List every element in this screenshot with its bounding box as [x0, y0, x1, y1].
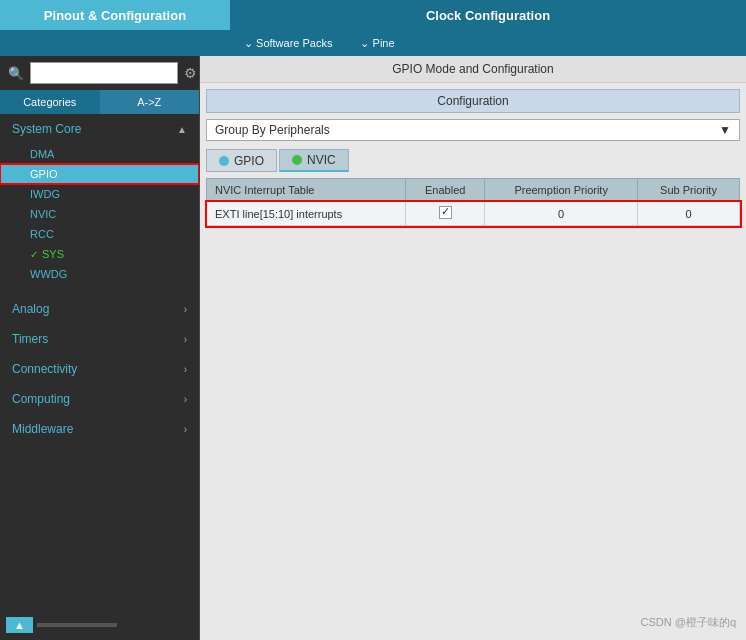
- col-enabled: Enabled: [406, 179, 485, 202]
- sidebar-item-wwdg[interactable]: WWDG: [0, 264, 199, 284]
- system-core-label: System Core: [12, 122, 81, 136]
- sidebar-item-analog[interactable]: Analog ›: [0, 294, 199, 324]
- sidebar-item-timers[interactable]: Timers ›: [0, 324, 199, 354]
- software-packs-label: ⌄ Software Packs: [244, 37, 332, 50]
- sidebar-item-middleware[interactable]: Middleware ›: [0, 414, 199, 444]
- system-core-subitems: DMA GPIO IWDG NVIC RCC ✓ SYS: [0, 144, 199, 284]
- connectivity-label: Connectivity: [12, 362, 77, 376]
- sidebar: 🔍 ⚙ Categories A->Z System Core ▲ DMA: [0, 56, 200, 640]
- table-header-row: NVIC Interrupt Table Enabled Preemption …: [207, 179, 740, 202]
- gpio-mode-bar: GPIO Mode and Configuration: [200, 56, 746, 83]
- bottom-down-btn[interactable]: [37, 623, 117, 627]
- sidebar-item-dma[interactable]: DMA: [0, 144, 199, 164]
- middleware-label: Middleware: [12, 422, 73, 436]
- nvic-table: NVIC Interrupt Table Enabled Preemption …: [206, 178, 740, 226]
- computing-arrow: ›: [184, 394, 187, 405]
- tab-nvic[interactable]: NVIC: [279, 149, 349, 172]
- sys-label: SYS: [42, 248, 64, 260]
- middleware-arrow: ›: [184, 424, 187, 435]
- preemption-cell: 0: [485, 202, 638, 226]
- watermark: CSDN @橙子味的q: [640, 615, 736, 630]
- sidebar-item-iwdg[interactable]: IWDG: [0, 184, 199, 204]
- iwdg-label: IWDG: [30, 188, 60, 200]
- group-by-dropdown[interactable]: Group By Peripherals ▼: [206, 119, 740, 141]
- pinout-bar-label: ⌄ Pine: [360, 37, 394, 50]
- config-header: Configuration: [206, 89, 740, 113]
- gpio-tab-label: GPIO: [234, 154, 264, 168]
- dropdown-chevron: ▼: [719, 123, 731, 137]
- sidebar-item-nvic[interactable]: NVIC: [0, 204, 199, 224]
- atoz-label: A->Z: [137, 96, 161, 108]
- clock-label: Clock Configuration: [426, 8, 550, 23]
- right-panel: GPIO Mode and Configuration Configuratio…: [200, 56, 746, 640]
- computing-label: Computing: [12, 392, 70, 406]
- search-icon: 🔍: [8, 66, 24, 81]
- watermark-text: CSDN @橙子味的q: [640, 616, 736, 628]
- group-by-label: Group By Peripherals: [215, 123, 330, 137]
- clock-configuration-tab[interactable]: Clock Configuration: [230, 0, 746, 30]
- sidebar-item-system-core[interactable]: System Core ▲: [0, 114, 199, 144]
- pinout-bar-item[interactable]: ⌄ Pine: [346, 30, 408, 56]
- search-input[interactable]: [30, 62, 178, 84]
- sidebar-item-rcc[interactable]: RCC: [0, 224, 199, 244]
- tab-categories[interactable]: Categories: [0, 90, 100, 114]
- enabled-checkbox[interactable]: [439, 206, 452, 219]
- pinout-label: Pinout & Configuration: [44, 8, 186, 23]
- sidebar-item-computing[interactable]: Computing ›: [0, 384, 199, 414]
- timers-arrow: ›: [184, 334, 187, 345]
- wwdg-label: WWDG: [30, 268, 67, 280]
- sidebar-item-sys[interactable]: ✓ SYS: [0, 244, 199, 264]
- timers-label: Timers: [12, 332, 48, 346]
- nvic-tab-label: NVIC: [307, 153, 336, 167]
- bottom-bar: ▲: [0, 610, 199, 640]
- config-title: Configuration: [437, 94, 508, 108]
- sidebar-item-gpio[interactable]: GPIO: [0, 164, 199, 184]
- dma-label: DMA: [30, 148, 54, 160]
- config-panel: Configuration Group By Peripherals ▼ GPI…: [200, 83, 746, 640]
- col-preemption: Preemption Priority: [485, 179, 638, 202]
- pinout-configuration-tab[interactable]: Pinout & Configuration: [0, 0, 230, 30]
- connectivity-arrow: ›: [184, 364, 187, 375]
- analog-arrow: ›: [184, 304, 187, 315]
- gpio-tab-dot: [219, 156, 229, 166]
- gear-icon[interactable]: ⚙: [184, 65, 197, 81]
- nvic-tab-dot: [292, 155, 302, 165]
- software-packs-item[interactable]: ⌄ Software Packs: [230, 30, 346, 56]
- enabled-cell[interactable]: [406, 202, 485, 226]
- col-interrupt-name: NVIC Interrupt Table: [207, 179, 406, 202]
- tab-gpio[interactable]: GPIO: [206, 149, 277, 172]
- col-sub-priority: Sub Priority: [637, 179, 739, 202]
- tab-atoz[interactable]: A->Z: [100, 90, 200, 114]
- analog-label: Analog: [12, 302, 49, 316]
- config-tabs: GPIO NVIC: [206, 149, 740, 172]
- gpio-mode-title: GPIO Mode and Configuration: [392, 62, 553, 76]
- categories-label: Categories: [23, 96, 76, 108]
- sidebar-content: System Core ▲ DMA GPIO IWDG NVIC RCC: [0, 114, 199, 610]
- software-bar: ⌄ Software Packs ⌄ Pine: [0, 30, 746, 56]
- gpio-label: GPIO: [30, 168, 58, 180]
- category-tabs: Categories A->Z: [0, 90, 199, 114]
- bottom-up-btn[interactable]: ▲: [6, 617, 33, 633]
- table-row: EXTI line[15:10] interrupts 0 0: [207, 202, 740, 226]
- search-bar: 🔍 ⚙: [0, 56, 199, 90]
- sys-check-icon: ✓: [30, 249, 38, 260]
- system-core-chevron: ▲: [177, 124, 187, 135]
- sidebar-item-connectivity[interactable]: Connectivity ›: [0, 354, 199, 384]
- nvic-label: NVIC: [30, 208, 56, 220]
- rcc-label: RCC: [30, 228, 54, 240]
- sub-priority-cell: 0: [637, 202, 739, 226]
- interrupt-name-cell: EXTI line[15:10] interrupts: [207, 202, 406, 226]
